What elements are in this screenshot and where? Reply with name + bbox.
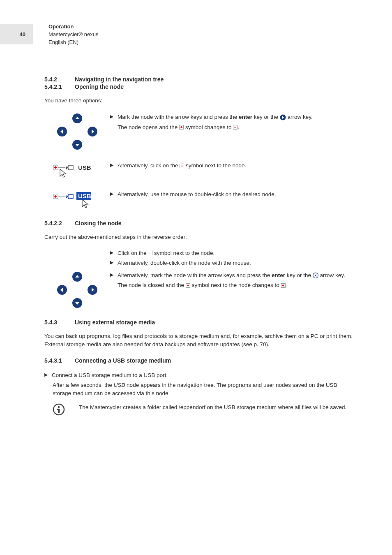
bullet-icon: ▶ (110, 259, 118, 267)
page-number: 40 (20, 31, 25, 37)
language: English (EN) (48, 39, 99, 46)
close-step-1: Click on the − symbol next to the node. (118, 249, 357, 257)
page-header: Operation Mastercycler® nexus English (E… (48, 23, 99, 46)
usb-connect-result: After a few seconds, the USB node appear… (53, 381, 357, 398)
arrow-down-icon (72, 298, 83, 308)
option-2-text: Alternatively, click on the + symbol nex… (118, 162, 357, 170)
svg-rect-28 (57, 409, 59, 410)
arrow-right-icon (87, 284, 98, 295)
section-5-4-3: 5.4.3 Using external storage media (44, 319, 357, 326)
svg-text:USB: USB (78, 192, 91, 199)
section-number: 5.4.3.1 (44, 357, 75, 364)
product-name: Mastercycler® nexus (48, 31, 99, 39)
svg-point-26 (58, 406, 60, 408)
intro-close: Carry out the above-mentioned steps in t… (44, 233, 357, 241)
arrow-keys-icon (57, 271, 98, 308)
svg-rect-10 (66, 168, 67, 169)
section-number: 5.4.2.2 (44, 220, 75, 227)
svg-point-16 (67, 195, 68, 196)
section-number: 5.4.3 (44, 319, 75, 326)
minus-icon: − (233, 125, 238, 130)
usb-click-icon: USB (53, 162, 110, 181)
plus-icon: + (179, 125, 184, 130)
page-number-tab: 40 (0, 24, 33, 44)
close-step-2: Alternatively, double-click on the node … (118, 259, 357, 267)
section-title: Navigating in the navigation tree (75, 76, 164, 83)
plus-icon: + (281, 283, 286, 288)
arrow-up-icon (72, 113, 83, 124)
bullet-icon: ▶ (110, 190, 118, 199)
option-3-text: Alternatively, use the mouse to double-c… (118, 190, 357, 199)
svg-text:USB: USB (78, 164, 91, 171)
bullet-icon: ▶ (110, 271, 118, 280)
arrow-left-icon (57, 126, 67, 137)
section-5-4-2-2: 5.4.2.2 Closing the node (44, 220, 357, 227)
section-number: 5.4.2.1 (44, 83, 75, 90)
intro-open: You have three options: (44, 97, 357, 105)
arrow-left-icon (313, 273, 318, 278)
p-5-4-3: You can back up programs, log files and … (44, 332, 357, 349)
usb-doubleclick-icon: USB (53, 190, 110, 213)
bullet-icon: ▶ (110, 249, 118, 257)
chapter-title: Operation (48, 23, 99, 31)
arrow-right-icon (87, 126, 98, 137)
info-note: The Mastercycler creates a folder called… (79, 403, 357, 417)
svg-rect-17 (66, 197, 67, 198)
minus-icon: − (148, 251, 152, 255)
option-1-result: The node opens and the + symbol changes … (118, 123, 357, 132)
close-step-3-result: The node is closed and the − symbol next… (118, 281, 357, 289)
section-5-4-2: 5.4.2 Navigating in the navigation tree (44, 76, 357, 83)
arrow-left-icon (57, 284, 67, 295)
arrow-up-icon (72, 271, 83, 282)
close-step-3: Alternatively, mark the node with the ar… (118, 271, 357, 280)
section-number: 5.4.2 (44, 76, 75, 83)
option-1-text: Mark the node with the arrow keys and pr… (118, 113, 357, 121)
section-5-4-2-1: 5.4.2.1 Opening the node (44, 83, 357, 90)
section-title: Connecting a USB storage medium (75, 357, 171, 364)
plus-icon: + (180, 164, 184, 168)
bullet-icon: ▶ (44, 371, 52, 379)
section-title: Using external storage media (75, 319, 155, 326)
svg-point-9 (67, 166, 68, 167)
info-icon (53, 403, 65, 417)
arrow-right-icon (280, 114, 286, 120)
bullet-icon: ▶ (110, 162, 118, 170)
section-title: Closing the node (75, 220, 122, 227)
usb-connect-step: Connect a USB storage medium to a USB po… (52, 371, 357, 379)
section-5-4-3-1: 5.4.3.1 Connecting a USB storage medium (44, 357, 357, 364)
arrow-keys-icon (57, 113, 98, 150)
arrow-down-icon (72, 139, 83, 150)
bullet-icon: ▶ (110, 113, 118, 121)
section-title: Opening the node (75, 83, 124, 90)
minus-icon: − (186, 283, 190, 288)
